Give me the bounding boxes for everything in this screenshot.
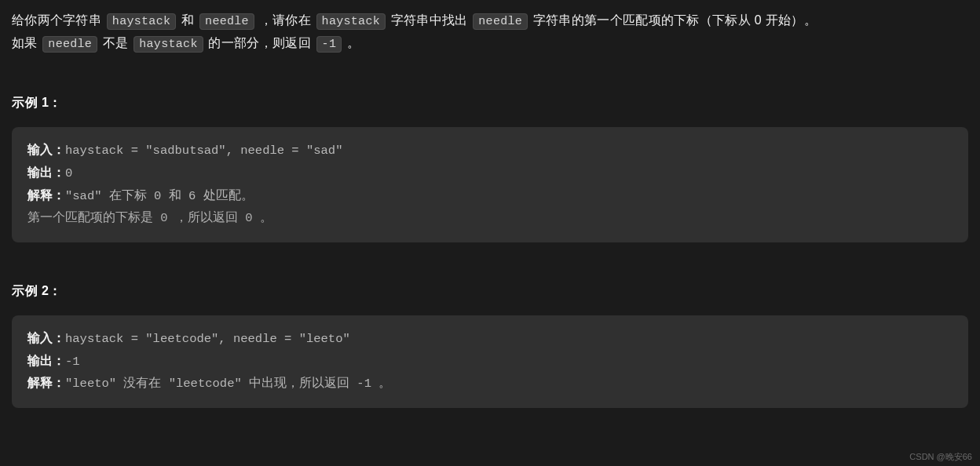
example-2: 示例 2： 输入：haystack = "leetcode", needle =… [12, 280, 968, 408]
output-value: -1 [65, 355, 80, 369]
inline-code-haystack: haystack [316, 13, 386, 30]
inline-code-needle: needle [473, 13, 528, 30]
inline-code-haystack: haystack [133, 36, 203, 53]
text-part: 和 [177, 13, 198, 27]
watermark: CSDN @晚安66 [909, 450, 972, 464]
example-code-block: 输入：haystack = "sadbutsad", needle = "sad… [12, 127, 968, 242]
output-label: 输出： [27, 166, 65, 180]
example-output-line: 输出：-1 [27, 351, 953, 373]
text-part: 字符串的第一个匹配项的下标（下标从 0 开始）。 [529, 13, 817, 27]
example-input-line: 输入：haystack = "sadbutsad", needle = "sad… [27, 140, 953, 162]
text-part: 不是 [99, 36, 132, 49]
input-value: haystack = "leetcode", needle = "leeto" [65, 332, 350, 346]
description-line-2: 如果 needle 不是 haystack 的一部分，则返回 -1 。 [12, 32, 968, 55]
text-part: 给你两个字符串 [12, 13, 105, 27]
example-heading: 示例 2： [12, 280, 968, 301]
explain-label: 解释： [27, 377, 65, 391]
text-part: 的一部分，则返回 [205, 36, 315, 49]
text-part: ，请你在 [256, 13, 315, 27]
inline-code-needle: needle [199, 13, 254, 30]
example-explain-line-2: 第一个匹配项的下标是 0 ，所以返回 0 。 [27, 207, 953, 230]
inline-code-neg1: -1 [316, 36, 342, 53]
inline-code-haystack: haystack [107, 13, 176, 30]
explain-label: 解释： [27, 189, 65, 203]
output-label: 输出： [27, 355, 65, 369]
problem-description: 给你两个字符串 haystack 和 needle ，请你在 haystack … [12, 9, 968, 54]
text-part: 。 [343, 36, 360, 49]
input-value: haystack = "sadbutsad", needle = "sad" [65, 144, 342, 158]
text-part: 如果 [12, 36, 41, 49]
output-value: 0 [65, 166, 72, 180]
explain-value: "sad" 在下标 0 和 6 处匹配。 [65, 189, 254, 203]
example-explain-line: 解释："leeto" 没有在 "leetcode" 中出现，所以返回 -1 。 [27, 373, 953, 395]
example-explain-line: 解释："sad" 在下标 0 和 6 处匹配。 [27, 185, 953, 208]
text-part: 字符串中找出 [387, 13, 471, 27]
example-code-block: 输入：haystack = "leetcode", needle = "leet… [12, 315, 968, 408]
example-output-line: 输出：0 [27, 162, 953, 185]
input-label: 输入： [27, 332, 65, 346]
example-heading: 示例 1： [12, 92, 968, 113]
example-input-line: 输入：haystack = "leetcode", needle = "leet… [27, 328, 953, 351]
explain-value: "leeto" 没有在 "leetcode" 中出现，所以返回 -1 。 [65, 377, 391, 391]
inline-code-needle: needle [42, 36, 97, 53]
description-line-1: 给你两个字符串 haystack 和 needle ，请你在 haystack … [12, 9, 968, 32]
input-label: 输入： [27, 144, 65, 158]
example-1: 示例 1： 输入：haystack = "sadbutsad", needle … [12, 92, 968, 242]
